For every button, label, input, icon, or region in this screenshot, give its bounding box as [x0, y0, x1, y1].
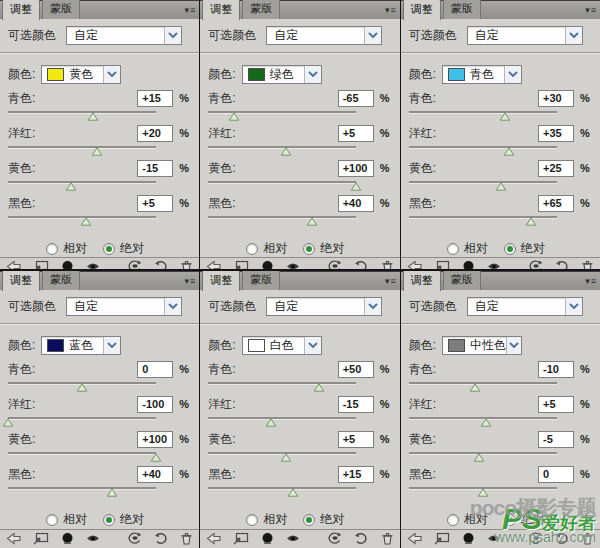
- tab-adjustments[interactable]: 调整: [2, 0, 40, 20]
- tab-adjustments[interactable]: 调整: [202, 271, 240, 291]
- slider-thumb[interactable]: [88, 112, 99, 121]
- clip-to-layer-icon[interactable]: [33, 531, 49, 546]
- clip-to-layer-icon[interactable]: [434, 259, 450, 269]
- slider-thumb[interactable]: [477, 488, 488, 497]
- tab-adjustments[interactable]: 调整: [403, 271, 441, 291]
- slider-thumb[interactable]: [473, 453, 484, 462]
- panel-menu-icon[interactable]: ▾≡: [385, 5, 397, 15]
- slider-thumb[interactable]: [65, 182, 76, 191]
- color-dropdown[interactable]: 青色: [442, 65, 522, 84]
- slider-thumb[interactable]: [281, 453, 292, 462]
- delete-adjustment-icon[interactable]: [380, 259, 393, 269]
- slider-track[interactable]: [208, 179, 356, 191]
- clip-to-layer-icon[interactable]: [33, 259, 49, 269]
- tab-masks[interactable]: 蒙版: [42, 271, 80, 290]
- color-dropdown[interactable]: 蓝色: [41, 336, 121, 355]
- slider-thumb[interactable]: [288, 488, 299, 497]
- return-to-adjustment-list-icon[interactable]: [6, 259, 21, 269]
- delete-adjustment-icon[interactable]: [380, 531, 393, 546]
- preset-dropdown[interactable]: 自定: [266, 297, 382, 316]
- visibility-ball-icon[interactable]: [462, 531, 475, 546]
- value-input[interactable]: [137, 90, 173, 107]
- toggle-visibility-eye-icon[interactable]: [86, 531, 100, 546]
- preset-dropdown[interactable]: 自定: [467, 297, 583, 316]
- value-input[interactable]: [538, 160, 574, 177]
- toggle-visibility-eye-icon[interactable]: [487, 531, 501, 546]
- visibility-ball-icon[interactable]: [462, 259, 475, 269]
- return-to-adjustment-list-icon[interactable]: [407, 259, 422, 269]
- reset-adjustment-icon[interactable]: [354, 259, 368, 269]
- reset-adjustment-icon[interactable]: [555, 259, 569, 269]
- value-input[interactable]: [338, 431, 374, 448]
- preset-dropdown[interactable]: 自定: [66, 297, 182, 316]
- toggle-visibility-eye-icon[interactable]: [487, 259, 501, 269]
- value-input[interactable]: [338, 396, 374, 413]
- tab-masks[interactable]: 蒙版: [242, 0, 280, 19]
- slider-thumb[interactable]: [281, 147, 292, 156]
- clip-to-layer-icon[interactable]: [233, 531, 249, 546]
- reset-adjustment-icon[interactable]: [154, 531, 168, 546]
- value-input[interactable]: [538, 90, 574, 107]
- value-input[interactable]: [538, 195, 574, 212]
- slider-track[interactable]: [409, 109, 557, 121]
- slider-thumb[interactable]: [496, 182, 507, 191]
- color-dropdown[interactable]: 黄色: [41, 65, 121, 84]
- radio-absolute[interactable]: 绝对: [504, 511, 545, 528]
- slider-track[interactable]: [409, 214, 557, 226]
- slider-track[interactable]: [208, 415, 356, 427]
- value-input[interactable]: [338, 466, 374, 483]
- preset-dropdown[interactable]: 自定: [467, 26, 583, 45]
- radio-absolute[interactable]: 绝对: [103, 240, 144, 257]
- visibility-ball-icon[interactable]: [261, 531, 274, 546]
- panel-menu-icon[interactable]: ▾≡: [585, 5, 597, 15]
- slider-track[interactable]: [8, 450, 156, 462]
- delete-adjustment-icon[interactable]: [581, 531, 594, 546]
- tab-masks[interactable]: 蒙版: [242, 271, 280, 290]
- value-input[interactable]: [538, 396, 574, 413]
- reset-adjustment-icon[interactable]: [354, 531, 368, 546]
- view-previous-state-icon[interactable]: [326, 259, 342, 269]
- color-dropdown[interactable]: 白色: [242, 336, 322, 355]
- preset-dropdown[interactable]: 自定: [266, 26, 382, 45]
- toggle-visibility-eye-icon[interactable]: [286, 531, 300, 546]
- slider-track[interactable]: [409, 415, 557, 427]
- return-to-adjustment-list-icon[interactable]: [407, 531, 422, 546]
- value-input[interactable]: [137, 195, 173, 212]
- delete-adjustment-icon[interactable]: [180, 531, 193, 546]
- slider-thumb[interactable]: [499, 112, 510, 121]
- slider-track[interactable]: [409, 144, 557, 156]
- panel-menu-icon[interactable]: ▾≡: [385, 276, 397, 286]
- visibility-ball-icon[interactable]: [261, 259, 274, 269]
- color-dropdown[interactable]: 绿色: [242, 65, 322, 84]
- radio-absolute[interactable]: 绝对: [504, 240, 545, 257]
- slider-track[interactable]: [208, 485, 356, 497]
- value-input[interactable]: [137, 361, 173, 378]
- value-input[interactable]: [538, 125, 574, 142]
- slider-thumb[interactable]: [314, 383, 325, 392]
- slider-track[interactable]: [208, 144, 356, 156]
- delete-adjustment-icon[interactable]: [581, 259, 594, 269]
- radio-relative[interactable]: 相对: [447, 511, 488, 528]
- slider-thumb[interactable]: [106, 488, 117, 497]
- tab-adjustments[interactable]: 调整: [403, 0, 441, 20]
- value-input[interactable]: [137, 466, 173, 483]
- toggle-visibility-eye-icon[interactable]: [86, 259, 100, 269]
- value-input[interactable]: [338, 361, 374, 378]
- slider-thumb[interactable]: [503, 147, 514, 156]
- slider-track[interactable]: [409, 179, 557, 191]
- value-input[interactable]: [137, 396, 173, 413]
- view-previous-state-icon[interactable]: [126, 531, 142, 546]
- value-input[interactable]: [338, 90, 374, 107]
- slider-thumb[interactable]: [306, 217, 317, 226]
- slider-thumb[interactable]: [229, 112, 240, 121]
- value-input[interactable]: [538, 466, 574, 483]
- slider-track[interactable]: [208, 214, 356, 226]
- slider-track[interactable]: [409, 485, 557, 497]
- radio-absolute[interactable]: 绝对: [303, 240, 344, 257]
- slider-thumb[interactable]: [77, 383, 88, 392]
- radio-relative[interactable]: 相对: [246, 240, 287, 257]
- tab-masks[interactable]: 蒙版: [443, 271, 481, 290]
- slider-track[interactable]: [409, 450, 557, 462]
- toggle-visibility-eye-icon[interactable]: [286, 259, 300, 269]
- slider-track[interactable]: [208, 109, 356, 121]
